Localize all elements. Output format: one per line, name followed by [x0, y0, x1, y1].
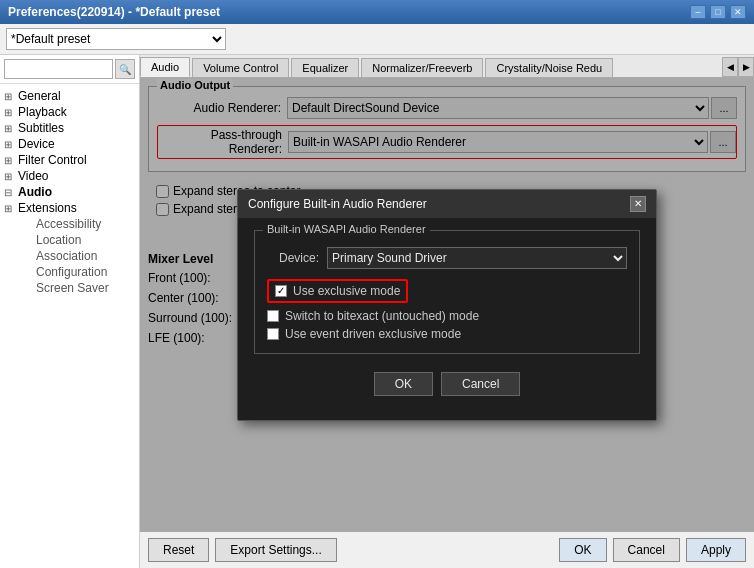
- modal-group-title: Built-in WASAPI Audio Renderer: [263, 223, 430, 235]
- export-settings-button[interactable]: Export Settings...: [215, 538, 336, 562]
- cancel-button[interactable]: Cancel: [613, 538, 680, 562]
- main-container: *Default preset 🔍 ⊞ General ⊞ Playback ⊞: [0, 24, 754, 568]
- modal-body: Built-in WASAPI Audio Renderer Device: P…: [238, 218, 656, 420]
- sidebar-item-device[interactable]: ⊞ Device: [0, 136, 139, 152]
- tab-normalizer[interactable]: Normalizer/Freeverb: [361, 58, 483, 77]
- modal-bitexact-row: Switch to bitexact (untouched) mode: [267, 309, 627, 323]
- sidebar-item-general[interactable]: ⊞ General: [0, 88, 139, 104]
- close-button[interactable]: ✕: [730, 5, 746, 19]
- modal-cancel-button[interactable]: Cancel: [441, 372, 520, 396]
- window-title: Preferences(220914) - *Default preset: [8, 5, 220, 19]
- ok-button[interactable]: OK: [559, 538, 606, 562]
- sidebar-tree: ⊞ General ⊞ Playback ⊞ Subtitles ⊞ Devic…: [0, 84, 139, 300]
- bitexact-checkbox[interactable]: [267, 310, 279, 322]
- modal-event-driven-row: Use event driven exclusive mode: [267, 327, 627, 341]
- tab-crystality[interactable]: Crystality/Noise Redu: [485, 58, 613, 77]
- expander-icon: ⊞: [4, 171, 18, 182]
- expander-icon: ⊞: [4, 91, 18, 102]
- exclusive-mode-label: Use exclusive mode: [293, 284, 400, 298]
- preset-select[interactable]: *Default preset: [6, 28, 226, 50]
- sidebar-item-association[interactable]: Association: [0, 248, 139, 264]
- search-button[interactable]: 🔍: [115, 59, 135, 79]
- expander-icon: ⊞: [4, 203, 18, 214]
- window-controls[interactable]: – □ ✕: [690, 5, 746, 19]
- sidebar-item-subtitles[interactable]: ⊞ Subtitles: [0, 120, 139, 136]
- sidebar: 🔍 ⊞ General ⊞ Playback ⊞ Subtitles ⊞ Dev…: [0, 55, 140, 568]
- tab-nav-right: ◀ ▶: [722, 57, 754, 77]
- modal-overlay: Configure Built-in Audio Renderer ✕ Buil…: [140, 78, 754, 531]
- panel-content: Audio Output Audio Renderer: Default Dir…: [140, 78, 754, 531]
- sidebar-item-location[interactable]: Location: [0, 232, 139, 248]
- modal-title-bar: Configure Built-in Audio Renderer ✕: [238, 190, 656, 218]
- expander-icon: ⊞: [4, 123, 18, 134]
- event-driven-label: Use event driven exclusive mode: [285, 327, 461, 341]
- content-area: 🔍 ⊞ General ⊞ Playback ⊞ Subtitles ⊞ Dev…: [0, 55, 754, 568]
- exclusive-mode-checkbox[interactable]: [275, 285, 287, 297]
- modal-device-select[interactable]: Primary Sound Driver: [327, 247, 627, 269]
- sidebar-item-screen-saver[interactable]: Screen Saver: [0, 280, 139, 296]
- sidebar-item-playback[interactable]: ⊞ Playback: [0, 104, 139, 120]
- expander-icon: ⊞: [4, 139, 18, 150]
- modal-close-button[interactable]: ✕: [630, 196, 646, 212]
- tab-audio[interactable]: Audio: [140, 57, 190, 77]
- sidebar-item-extensions[interactable]: ⊞ Extensions: [0, 200, 139, 216]
- maximize-button[interactable]: □: [710, 5, 726, 19]
- modal-dialog: Configure Built-in Audio Renderer ✕ Buil…: [237, 189, 657, 421]
- event-driven-checkbox[interactable]: [267, 328, 279, 340]
- tab-equalizer[interactable]: Equalizer: [291, 58, 359, 77]
- expander-icon: ⊟: [4, 187, 18, 198]
- modal-title: Configure Built-in Audio Renderer: [248, 197, 427, 211]
- main-panel: Audio Volume Control Equalizer Normalize…: [140, 55, 754, 568]
- modal-device-row: Device: Primary Sound Driver: [267, 247, 627, 269]
- expander-icon: ⊞: [4, 155, 18, 166]
- sidebar-item-video[interactable]: ⊞ Video: [0, 168, 139, 184]
- modal-device-label: Device:: [267, 251, 327, 265]
- sidebar-item-configuration[interactable]: Configuration: [0, 264, 139, 280]
- bitexact-label: Switch to bitexact (untouched) mode: [285, 309, 479, 323]
- reset-button[interactable]: Reset: [148, 538, 209, 562]
- modal-footer: OK Cancel: [254, 366, 640, 408]
- tab-volume-control[interactable]: Volume Control: [192, 58, 289, 77]
- modal-ok-button[interactable]: OK: [374, 372, 433, 396]
- preset-bar: *Default preset: [0, 24, 754, 55]
- sidebar-item-accessibility[interactable]: Accessibility: [0, 216, 139, 232]
- modal-exclusive-row: Use exclusive mode: [267, 279, 408, 303]
- modal-group: Built-in WASAPI Audio Renderer Device: P…: [254, 230, 640, 354]
- sidebar-item-audio[interactable]: ⊟ Audio: [0, 184, 139, 200]
- search-bar: 🔍: [0, 55, 139, 84]
- sidebar-item-filter-control[interactable]: ⊞ Filter Control: [0, 152, 139, 168]
- apply-button[interactable]: Apply: [686, 538, 746, 562]
- expander-icon: ⊞: [4, 107, 18, 118]
- bottom-bar: Reset Export Settings... OK Cancel Apply: [140, 531, 754, 568]
- search-input[interactable]: [4, 59, 113, 79]
- tab-nav-next[interactable]: ▶: [738, 57, 754, 77]
- tabs-bar: Audio Volume Control Equalizer Normalize…: [140, 55, 754, 78]
- minimize-button[interactable]: –: [690, 5, 706, 19]
- title-bar: Preferences(220914) - *Default preset – …: [0, 0, 754, 24]
- tab-nav-prev[interactable]: ◀: [722, 57, 738, 77]
